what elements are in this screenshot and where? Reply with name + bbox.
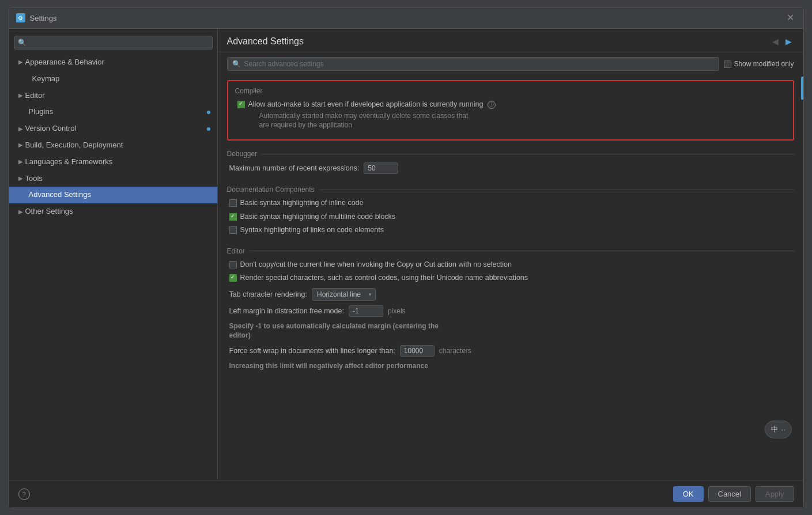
apply-button[interactable]: Apply [756,486,794,502]
max-expressions-input[interactable] [364,162,398,174]
left-margin-label: Left margin in distraction free mode: [229,307,344,315]
editor-setting2-text: Render special characters, such as contr… [240,273,528,283]
doc-section-label: Documentation Components [227,185,315,194]
sidebar-item-languages[interactable]: ▶ Languages & Frameworks [9,154,217,171]
sidebar-search-input[interactable] [29,39,209,47]
sidebar-item-label: Build, Execution, Deployment [25,139,123,152]
vc-badge [207,127,210,131]
editor-setting2-checkbox[interactable] [229,274,237,282]
tab-rendering-select[interactable]: Horizontal line Arrow None [312,288,376,301]
max-expressions-label: Maximum number of recent expressions: [229,164,360,172]
doc-setting2-checkbox[interactable] [229,213,237,221]
editor-setting1-text: Don't copy/cut the current line when inv… [240,260,512,270]
editor-section: Editor Don't copy/cut the current line w… [227,247,794,371]
nav-arrows: ◀ ▶ [770,36,794,47]
sidebar-search-box[interactable]: 🔍 [14,36,213,50]
sidebar-item-version-control[interactable]: ▶ Version Control [9,120,217,137]
show-modified-row: Show modified only [724,60,794,68]
doc-components-section: Documentation Components Basic syntax hi… [227,185,794,236]
editor-setting1-row: Don't copy/cut the current line when inv… [227,260,794,270]
doc-setting1-checkbox[interactable] [229,199,237,207]
help-button[interactable]: ? [18,489,30,500]
arrow-icon: ▶ [18,91,23,100]
ime-widget: 中 ·· [765,421,792,438]
doc-setting2-text: Basic syntax highlighting of multiline c… [240,212,396,222]
sidebar-item-editor[interactable]: ▶ Editor [9,88,217,104]
close-button[interactable]: ✕ [784,12,796,24]
show-modified-checkbox[interactable] [724,60,731,68]
arrow-icon: ▶ [18,141,23,150]
show-modified-label: Show modified only [734,60,794,68]
sidebar-item-label: Advanced Settings [29,189,91,201]
editor-section-header: Editor [227,247,794,255]
dialog-footer: ? OK Cancel Apply [9,480,803,508]
panel-header: Advanced Settings ◀ ▶ [218,29,803,52]
sidebar-item-label: Keymap [32,73,60,85]
compiler-section-header: Compiler [235,87,786,95]
sidebar-item-label: Plugins [29,106,54,118]
tab-rendering-select-container: Horizontal line Arrow None [312,288,376,301]
cancel-button[interactable]: Cancel [708,486,751,502]
footer-left: ? [18,489,30,500]
compiler-section-box: Compiler Allow auto-make to start even i… [227,80,794,141]
ime-icon: 中 [771,425,778,434]
doc-setting3-row: Syntax highlighting of links on code ele… [227,225,794,236]
pixels-label: pixels [388,307,406,315]
dialog-title: Settings [30,14,784,22]
sidebar-item-label: Appearance & Behavior [25,56,104,69]
main-content: 🔍 ▶ Appearance & Behavior Keymap ▶ Edito… [9,29,803,480]
title-bar: ⚙ Settings ✕ [9,7,803,29]
editor-setting2-row: Render special characters, such as contr… [227,273,794,283]
sidebar-item-keymap[interactable]: Keymap [16,71,217,88]
debugger-section-header: Debugger [227,150,794,158]
doc-section-header: Documentation Components [227,185,794,194]
sidebar-item-label: Version Control [25,123,77,135]
arrow-icon: ▶ [18,124,23,134]
ok-button[interactable]: OK [673,486,704,502]
sidebar: 🔍 ▶ Appearance & Behavior Keymap ▶ Edito… [9,29,218,480]
doc-setting2-row: Basic syntax highlighting of multiline c… [227,212,794,222]
editor-setting1-checkbox[interactable] [229,261,237,268]
section-divider [250,251,794,251]
soft-wrap-label: Force soft wrap in documents with lines … [229,347,395,355]
advanced-search-box[interactable]: 🔍 [227,57,720,71]
doc-setting1-text: Basic syntax highlighting of inline code [240,198,364,209]
content-area: Compiler Allow auto-make to start even i… [218,75,803,480]
left-margin-row: Left margin in distraction free mode: pi… [229,305,794,317]
sidebar-item-label: Tools [25,173,43,185]
right-panel: Advanced Settings ◀ ▶ 🔍 Show modified on… [218,29,803,480]
doc-setting3-checkbox[interactable] [229,226,237,234]
margin-hint: Specify -1 to use automatically calculat… [229,321,794,341]
tab-rendering-label: Tab character rendering: [229,290,308,298]
sidebar-item-tools[interactable]: ▶ Tools [9,171,217,187]
search-icon: 🔍 [232,60,241,68]
sidebar-item-build[interactable]: ▶ Build, Execution, Deployment [9,137,217,154]
compiler-section-label: Compiler [235,87,263,95]
sidebar-item-plugins[interactable]: Plugins [9,104,217,120]
arrow-icon: ▶ [18,58,23,67]
max-expressions-row: Maximum number of recent expressions: [229,162,794,174]
panel-search-bar: 🔍 Show modified only [218,52,803,75]
info-icon: ⓘ [488,101,496,109]
sidebar-item-other[interactable]: ▶ Other Settings [9,203,217,220]
advanced-search-input[interactable] [244,60,715,68]
compiler-setting1-text-wrap: Allow auto-make to start even if develop… [248,100,496,130]
soft-wrap-row: Force soft wrap in documents with lines … [229,345,794,357]
arrow-icon: ▶ [18,207,23,217]
sidebar-search-icon: 🔍 [18,39,27,47]
soft-wrap-input[interactable] [400,345,435,357]
plugins-badge [207,111,210,114]
ime-dots: ·· [781,426,785,434]
sidebar-item-label: Other Settings [25,206,73,218]
sidebar-item-appearance[interactable]: ▶ Appearance & Behavior [9,54,217,71]
left-margin-input[interactable] [349,305,383,317]
compiler-setting1-checkbox[interactable] [237,101,245,108]
forward-button[interactable]: ▶ [783,36,794,47]
soft-wrap-hint: Increasing this limit will negatively af… [229,361,794,371]
compiler-setting1-subtext: Automatically started make may eventuall… [259,111,496,131]
back-button[interactable]: ◀ [770,36,781,47]
tab-rendering-row: Tab character rendering: Horizontal line… [229,288,794,301]
doc-setting1-row: Basic syntax highlighting of inline code [227,198,794,209]
compiler-setting1-row: Allow auto-make to start even if develop… [235,100,786,130]
sidebar-item-advanced[interactable]: Advanced Settings [9,187,217,203]
